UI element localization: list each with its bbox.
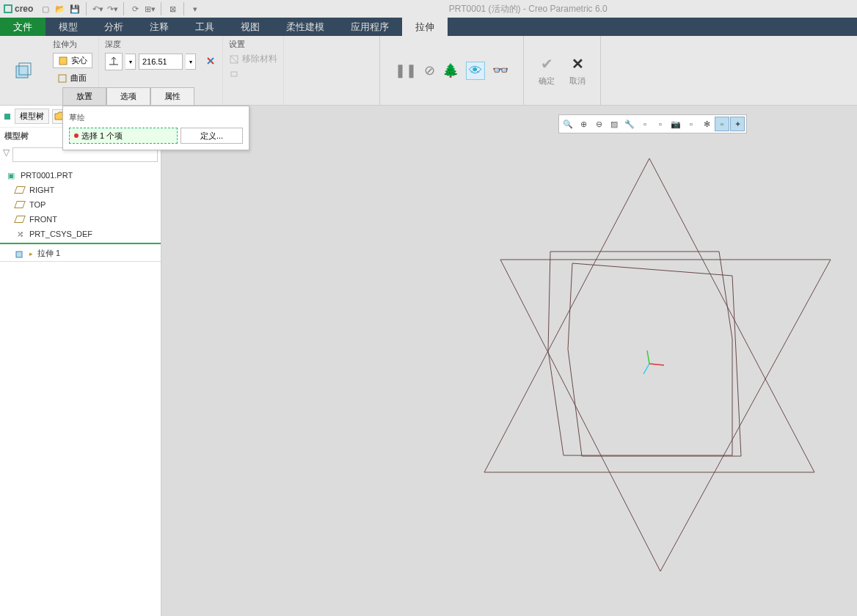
title-bar: creo ▢ 📂 💾 ↶▾ ↷▾ ⟳ ⊞▾ ⊠ ▾ PRT0001 (活动的) …: [0, 0, 857, 18]
filter-icon[interactable]: ▽: [3, 147, 10, 162]
dash-tab-placement[interactable]: 放置: [62, 87, 106, 105]
new-file-icon[interactable]: ▢: [39, 2, 52, 15]
svg-line-18: [649, 364, 664, 365]
solid-label: 实心: [71, 55, 87, 66]
ok-button[interactable]: ✔ 确定: [539, 55, 555, 87]
app-logo: creo: [3, 4, 33, 14]
remove-material-label: 移除材料: [242, 53, 277, 65]
sketch-select-text: 选择 1 个项: [81, 131, 123, 142]
dash-tab-options[interactable]: 选项: [106, 87, 150, 105]
tree-csys[interactable]: ⤮ PRT_CSYS_DEF: [0, 227, 161, 241]
main-menu: 文件 模型 分析 注释 工具 视图 柔性建模 应用程序 拉伸: [0, 18, 857, 36]
menu-model[interactable]: 模型: [45, 18, 91, 36]
preview-on-icon[interactable]: 👁: [466, 62, 485, 80]
tree-plane-top[interactable]: TOP: [0, 197, 161, 212]
sketch-panel-title: 草绘: [69, 112, 243, 123]
svg-rect-11: [231, 72, 237, 76]
menu-extrude[interactable]: 拉伸: [402, 18, 448, 36]
menu-tools[interactable]: 工具: [182, 18, 227, 36]
separator: [183, 2, 184, 15]
check-icon: ✔: [541, 55, 553, 73]
depth-input[interactable]: [139, 54, 183, 70]
surface-label: 曲面: [70, 73, 87, 84]
cancel-button[interactable]: ✕ 取消: [569, 55, 586, 87]
define-sketch-button[interactable]: 定义...: [180, 128, 243, 144]
menu-apps[interactable]: 应用程序: [338, 18, 402, 36]
separator: [86, 2, 87, 15]
depth-type-dropdown[interactable]: ▾: [125, 54, 136, 70]
confirm-group: ✔ 确定 ✕ 取消: [524, 36, 601, 105]
creo-icon: [3, 4, 13, 14]
dashboard-tabs: 放置 选项 属性: [62, 87, 194, 105]
remove-material-button[interactable]: 移除材料: [229, 53, 277, 65]
plane-icon: [15, 185, 25, 195]
viewport-3d[interactable]: 🔍 ⊕ ⊖ ▨ 🔧 ▫ ▫ 📷 ▫ ✻ ▫ ✦: [161, 106, 857, 616]
glasses-icon[interactable]: 👓: [492, 62, 508, 78]
tree-icon[interactable]: 🌲: [442, 62, 459, 78]
tree-pin-icon[interactable]: [3, 112, 12, 121]
thicken-button[interactable]: [229, 68, 239, 81]
quick-access-toolbar: ▢ 📂 💾 ↶▾ ↷▾ ⟳ ⊞▾ ⊠ ▾: [39, 2, 202, 15]
menu-annotate[interactable]: 注释: [136, 18, 182, 36]
ok-label: 确定: [539, 76, 555, 87]
no-preview-icon[interactable]: ⊘: [424, 62, 435, 78]
svg-rect-12: [4, 114, 10, 120]
svg-rect-4: [59, 75, 66, 82]
plane-icon: [15, 199, 25, 210]
x-icon: ✕: [572, 55, 584, 73]
separator: [123, 2, 124, 15]
main-area: 模型树 ▸ 模型树 ▽ ▣ PRT0001.PRT RIGHT TOP: [0, 106, 857, 616]
tree-label: PRT_CSYS_DEF: [29, 230, 92, 238]
open-file-icon[interactable]: 📂: [54, 2, 67, 15]
tree-root[interactable]: ▣ PRT0001.PRT: [0, 168, 161, 183]
surface-button[interactable]: 曲面: [53, 71, 91, 85]
tree-feature-extrude[interactable]: ▸ 拉伸 1: [0, 243, 161, 262]
status-dot-icon: [74, 133, 79, 138]
dash-tab-properties[interactable]: 属性: [150, 87, 194, 105]
save-icon[interactable]: 💾: [68, 2, 81, 15]
svg-line-10: [230, 56, 238, 63]
pause-icon[interactable]: ❚❚: [395, 62, 417, 78]
menu-flex[interactable]: 柔性建模: [273, 18, 338, 36]
undo-icon[interactable]: ↶▾: [91, 2, 104, 15]
menu-analysis[interactable]: 分析: [91, 18, 136, 36]
group-settings: 设置 移除材料: [223, 36, 284, 105]
ribbon: 拉伸为 实心 曲面 深度 ▾ ▾: [0, 36, 857, 106]
plane-icon: [15, 214, 25, 224]
group-title-settings: 设置: [229, 39, 277, 50]
close-icon[interactable]: ⊠: [166, 2, 179, 15]
remove-material-icon: [229, 54, 239, 65]
model-tree-sidebar: 模型树 ▸ 模型树 ▽ ▣ PRT0001.PRT RIGHT TOP: [0, 106, 161, 616]
sketch-placement-panel: 草绘 选择 1 个项 定义...: [62, 106, 249, 150]
solid-icon: [58, 56, 68, 66]
arrow-icon: ▸: [29, 250, 33, 257]
group-title-depth: 深度: [105, 39, 216, 50]
depth-value-dropdown[interactable]: ▾: [186, 54, 196, 70]
svg-line-20: [643, 364, 649, 374]
tree-plane-front[interactable]: FRONT: [0, 212, 161, 227]
window-title: PRT0001 (活动的) - Creo Parametric 6.0: [202, 3, 854, 15]
solid-button[interactable]: 实心: [53, 53, 92, 68]
blind-depth-icon: [108, 56, 120, 67]
csys-icon: ⤮: [15, 229, 25, 239]
regenerate-icon[interactable]: ⟳: [128, 2, 142, 15]
windows-icon[interactable]: ⊞▾: [143, 2, 156, 15]
svg-marker-17: [548, 252, 732, 455]
svg-line-19: [647, 351, 649, 364]
cancel-label: 取消: [569, 76, 586, 87]
depth-type-button[interactable]: [105, 53, 123, 70]
dropdown-icon[interactable]: ▾: [189, 2, 202, 15]
svg-marker-14: [484, 158, 814, 472]
menu-view[interactable]: 视图: [227, 18, 273, 36]
menu-file[interactable]: 文件: [0, 18, 45, 36]
tree-plane-right[interactable]: RIGHT: [0, 183, 161, 197]
sidebar-tab-model-tree[interactable]: 模型树: [15, 109, 49, 124]
svg-rect-1: [16, 66, 28, 78]
extrude-feature-icon: [12, 59, 35, 82]
flip-icon: [205, 55, 216, 67]
sketch-reference-collector[interactable]: 选择 1 个项: [69, 128, 178, 144]
flip-direction-button[interactable]: [205, 55, 216, 69]
tree-label: TOP: [29, 200, 45, 209]
feature-icon-group: [0, 36, 47, 105]
redo-icon[interactable]: ↷▾: [106, 2, 119, 15]
